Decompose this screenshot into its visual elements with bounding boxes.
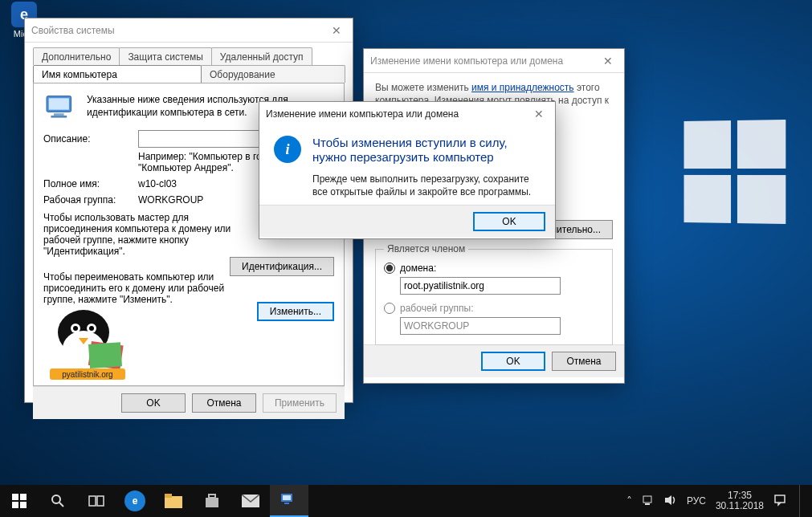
titlebar[interactable]: Изменение имени компьютера или домена ✕ <box>259 102 555 126</box>
svg-marker-33 <box>665 495 671 505</box>
ok-button[interactable]: OK <box>481 352 545 371</box>
tab-advanced[interactable]: Дополнительно <box>33 47 120 65</box>
cancel-button[interactable]: Отмена <box>192 393 256 413</box>
value-workgroup: WORKGROUP <box>138 194 203 206</box>
radio-domain[interactable] <box>384 263 395 274</box>
taskbar-app-explorer[interactable] <box>154 485 193 517</box>
site-logo: pyatilistnik.org <box>43 304 132 381</box>
svg-point-8 <box>73 326 78 331</box>
svg-line-20 <box>59 503 63 507</box>
close-icon[interactable]: ✕ <box>320 18 353 42</box>
window-title: Изменение имени компьютера или домена <box>266 108 459 120</box>
domain-input[interactable] <box>400 277 561 295</box>
svg-rect-24 <box>165 494 172 498</box>
svg-rect-23 <box>165 496 182 508</box>
workgroup-input <box>400 317 561 335</box>
tab-remote[interactable]: Удаленный доступ <box>211 47 312 65</box>
label-workgroup: рабочей группы: <box>400 303 473 314</box>
svg-rect-2 <box>54 113 64 116</box>
action-center-icon[interactable] <box>773 494 786 509</box>
radio-workgroup[interactable] <box>384 303 395 314</box>
desktop-windows-logo <box>684 120 786 224</box>
task-view-icon[interactable] <box>77 485 116 517</box>
taskbar-app-mail[interactable] <box>231 485 270 517</box>
close-icon[interactable]: ✕ <box>523 102 555 126</box>
svg-rect-29 <box>283 495 291 500</box>
label-domain: домена: <box>400 263 436 274</box>
message-sub: Прежде чем выполнить перезагрузку, сохра… <box>312 173 541 198</box>
system-tray: ˄ РУС 17:35 30.11.2018 <box>618 485 812 517</box>
identify-button[interactable]: Идентификация... <box>230 257 334 276</box>
svg-rect-17 <box>12 502 18 508</box>
svg-rect-31 <box>643 496 651 503</box>
apply-button: Применить <box>263 393 337 413</box>
svg-text:pyatilistnik.org: pyatilistnik.org <box>62 370 112 379</box>
close-icon[interactable]: ✕ <box>592 49 624 72</box>
window-title: Свойства системы <box>31 25 115 36</box>
message-main: Чтобы изменения вступили в силу, нужно п… <box>312 136 541 165</box>
group-legend: Является членом <box>384 243 468 254</box>
start-button[interactable] <box>0 485 39 517</box>
clock[interactable]: 17:35 30.11.2018 <box>716 491 764 511</box>
svg-point-9 <box>89 326 94 331</box>
link-name-membership[interactable]: имя и принадлежность <box>471 82 574 93</box>
svg-rect-1 <box>49 98 69 109</box>
svg-rect-15 <box>12 494 18 500</box>
dialog-restart-required: Изменение имени компьютера или домена ✕ … <box>259 101 556 239</box>
value-fullname: w10-cl03 <box>138 178 177 189</box>
svg-point-19 <box>52 495 60 503</box>
chevron-up-icon[interactable]: ˄ <box>626 495 632 507</box>
cancel-button[interactable]: Отмена <box>552 352 616 371</box>
taskbar: e ˄ РУС 17:35 30.11.2018 <box>0 485 812 517</box>
network-icon[interactable] <box>642 495 655 508</box>
svg-rect-26 <box>209 495 215 498</box>
tabs: Дополнительно Защита системы Удаленный д… <box>33 47 345 83</box>
svg-rect-30 <box>284 503 289 504</box>
svg-rect-21 <box>89 496 96 506</box>
info-icon: i <box>274 136 301 163</box>
clock-date: 30.11.2018 <box>716 501 764 511</box>
label-description: Описание: <box>43 133 132 145</box>
window-title: Изменение имени компьютера или домена <box>370 55 563 67</box>
search-icon[interactable] <box>39 485 77 517</box>
svg-rect-3 <box>51 116 67 118</box>
tab-protection[interactable]: Защита системы <box>119 47 211 65</box>
label-workgroup: Рабочая группа: <box>43 194 132 206</box>
wizard-text: Чтобы использовать мастер для присоедине… <box>43 212 236 257</box>
change-button[interactable]: Изменить... <box>257 302 334 321</box>
volume-icon[interactable] <box>664 495 677 508</box>
svg-rect-25 <box>206 498 218 507</box>
svg-rect-32 <box>645 503 650 505</box>
label-fullname: Полное имя: <box>43 178 132 189</box>
ok-button[interactable]: OK <box>121 393 186 413</box>
tab-computer-name[interactable]: Имя компьютера <box>33 65 202 83</box>
ok-button[interactable]: OK <box>473 212 545 231</box>
svg-rect-12 <box>88 342 122 368</box>
svg-rect-22 <box>97 496 104 506</box>
computer-icon <box>43 93 79 122</box>
rename-text: Чтобы переименовать компьютер или присое… <box>43 271 236 305</box>
svg-rect-16 <box>20 494 27 500</box>
titlebar[interactable]: Свойства системы ✕ <box>25 18 353 43</box>
taskbar-app-edge[interactable]: e <box>116 485 154 517</box>
taskbar-app-store[interactable] <box>193 485 231 517</box>
membership-group: Является членом домена: рабочей группы: <box>375 249 613 345</box>
svg-rect-34 <box>775 495 785 503</box>
taskbar-app-system-properties[interactable] <box>270 485 308 517</box>
show-desktop-button[interactable] <box>799 485 804 517</box>
language-indicator[interactable]: РУС <box>687 495 706 507</box>
svg-rect-18 <box>20 502 27 508</box>
titlebar[interactable]: Изменение имени компьютера или домена ✕ <box>364 49 624 73</box>
tab-hardware[interactable]: Оборудование <box>201 65 345 83</box>
